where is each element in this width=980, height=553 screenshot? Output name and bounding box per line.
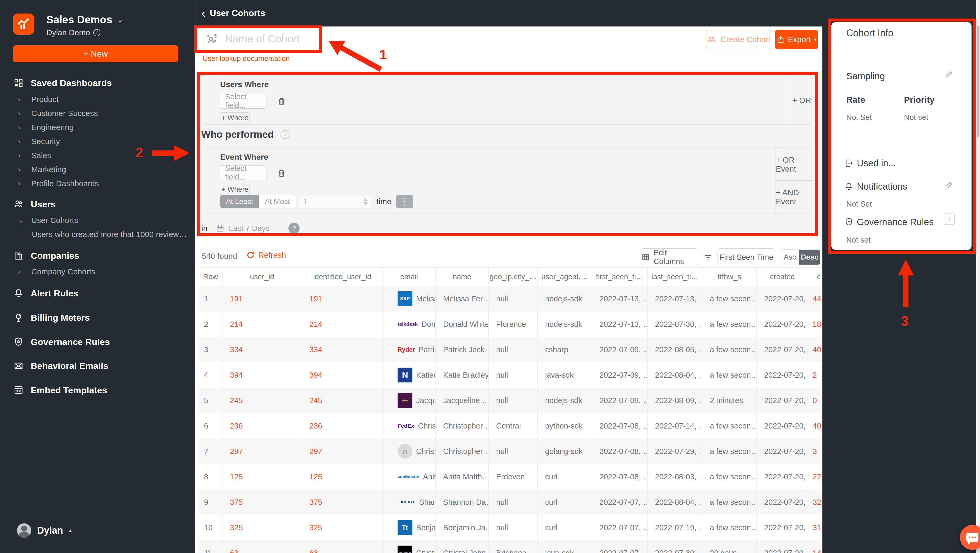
check-circle-icon[interactable]: ✓	[280, 130, 290, 139]
more-options-button[interactable]: ⋮	[396, 195, 413, 208]
scrollbar-track[interactable]	[976, 0, 980, 553]
at-least-toggle[interactable]: At Least	[220, 195, 259, 208]
cell-user_id[interactable]: 375	[223, 489, 302, 515]
refresh-button[interactable]: Refresh	[246, 251, 286, 259]
column-header-name[interactable]: name	[436, 268, 489, 286]
sidebar-item-engineering[interactable]: ›Engineering	[0, 120, 195, 134]
sidebar-item-security[interactable]: ›Security	[0, 134, 195, 148]
scrollbar-thumb[interactable]	[977, 26, 980, 137]
column-header-extra[interactable]: c	[808, 268, 822, 286]
used-in-row[interactable]: Used in...	[844, 158, 896, 168]
column-header-email[interactable]: email	[383, 268, 436, 286]
trash-icon[interactable]	[277, 96, 286, 106]
column-header-identified_user_id[interactable]: identified_user_id	[302, 268, 383, 286]
moesif-logo[interactable]	[13, 14, 34, 35]
table-row[interactable]: 9375375LOCKHEEDShannonShannon Da…nullcur…	[199, 489, 821, 515]
occurrence-count-input[interactable]	[299, 197, 352, 206]
cell-identified_user_id[interactable]: 297	[302, 439, 383, 464]
at-most-toggle[interactable]: At Most	[259, 195, 296, 208]
sidebar-item-company-cohorts[interactable]: ›Company Cohorts	[0, 265, 195, 279]
column-header-ttfhw[interactable]: ttfhw_s	[702, 268, 757, 286]
back-button[interactable]: ‹	[201, 3, 205, 24]
table-row[interactable]: 116363BlackstoneCrystal@Crystal John…Bri…	[199, 540, 821, 553]
add-or-button[interactable]: + OR	[792, 76, 811, 124]
column-header-row[interactable]: Row	[199, 268, 223, 286]
table-row[interactable]: 1191191SAPMelissa@Melissa Fer…nullnodejs…	[199, 286, 821, 311]
user-lookup-doc-link[interactable]: User lookup documentation	[203, 54, 290, 63]
cell-identified_user_id[interactable]: 334	[302, 337, 383, 362]
column-header-geo[interactable]: geo_ip.city_…	[489, 268, 538, 286]
project-row[interactable]: Dylan Demo ✓	[46, 28, 100, 37]
column-header-agent[interactable]: user_agent.…	[538, 268, 592, 286]
cell-identified_user_id[interactable]: 375	[302, 489, 383, 515]
cell-user_id[interactable]: 214	[223, 311, 302, 337]
table-row[interactable]: 8125125conEdisonAnita@cAnita Matth…Erdev…	[199, 464, 821, 489]
cell-user_id[interactable]: 394	[223, 362, 302, 388]
cell-identified_user_id[interactable]: 214	[302, 311, 383, 337]
create-cohort-button[interactable]: Create Cohort	[706, 30, 771, 49]
export-button[interactable]: Export ▾	[775, 30, 818, 49]
select-field-dropdown[interactable]: Select field...	[220, 165, 266, 180]
add-and-event-button[interactable]: + AND Event	[776, 180, 811, 213]
cell-user_id[interactable]: 325	[223, 515, 302, 540]
cell-user_id[interactable]: 236	[223, 413, 302, 439]
table-row[interactable]: 7297297⌂ChristopChristopher …nullgolang-…	[199, 439, 821, 464]
sidebar-item-companies[interactable]: Companies	[0, 249, 195, 262]
cell-identified_user_id[interactable]: 325	[302, 515, 383, 540]
cohort-name-input[interactable]	[224, 33, 312, 45]
cell-user_id[interactable]: 125	[223, 464, 302, 489]
cell-identified_user_id[interactable]: 191	[302, 286, 383, 311]
add-where-button[interactable]: + Where	[220, 184, 250, 195]
table-row[interactable]: 2214214talkdeskDonald@Donald WhiteFloren…	[199, 311, 821, 337]
workspace-switcher[interactable]: Sales Demos ⌄	[46, 14, 123, 26]
cell-user_id[interactable]: 63	[223, 540, 302, 553]
edit-sampling-icon[interactable]: ✎	[944, 69, 953, 81]
sidebar-item-profile-dashboards[interactable]: ›Profile Dashboards	[0, 176, 195, 191]
cell-identified_user_id[interactable]: 63	[302, 540, 383, 553]
trash-icon[interactable]	[277, 168, 286, 178]
sidebar-item-customer-success[interactable]: ›Customer Success	[0, 106, 195, 120]
edit-columns-button[interactable]: Edit Columns	[641, 248, 698, 266]
cell-identified_user_id[interactable]: 125	[302, 464, 383, 489]
sidebar-item-billing-meters[interactable]: Billing Meters	[0, 311, 195, 324]
cohort-name-field[interactable]	[198, 29, 318, 49]
sidebar-item-user-cohorts[interactable]: ⌄User Cohorts	[0, 213, 195, 227]
sidebar-item-sales[interactable]: ›Sales	[0, 148, 195, 162]
date-range-button[interactable]: Last 7 Days	[211, 221, 283, 235]
help-icon[interactable]: ?	[288, 223, 299, 234]
table-row[interactable]: 6236236FedExChristopChristopher …Central…	[199, 413, 821, 439]
column-header-user_id[interactable]: user_id	[223, 268, 302, 286]
add-or-event-button[interactable]: + OR Event	[776, 148, 811, 181]
sidebar-item-alert-rules[interactable]: Alert Rules	[0, 286, 195, 300]
select-field-dropdown[interactable]: Select field...	[220, 94, 266, 109]
table-row[interactable]: 5245245✳JacqueliJacqueline …nullnodejs-s…	[199, 388, 821, 413]
sidebar-item-behavioral-emails[interactable]: Behavioral Emails	[0, 359, 195, 372]
cell-identified_user_id[interactable]: 236	[302, 413, 383, 439]
column-header-first_seen[interactable]: first_seen_ti…	[592, 268, 648, 286]
cell-user_id[interactable]: 297	[223, 439, 302, 464]
cell-identified_user_id[interactable]: 394	[302, 362, 383, 388]
edit-notifications-icon[interactable]: ✎	[944, 180, 953, 192]
cell-user_id[interactable]: 191	[223, 286, 302, 311]
desc-toggle[interactable]: Desc	[799, 250, 820, 265]
sidebar-item-saved-dashboards[interactable]: Saved Dashboards	[0, 76, 195, 89]
cell-user_id[interactable]: 334	[223, 337, 302, 362]
sidebar-item-governance-rules[interactable]: Governance Rules	[0, 335, 195, 348]
number-stepper[interactable]	[363, 199, 368, 205]
table-row[interactable]: 4394394NKatie@nKatie Bradleynulljava-sdk…	[199, 362, 821, 388]
sidebar-item-users[interactable]: Users	[0, 197, 195, 211]
add-where-button[interactable]: + Where	[220, 112, 250, 124]
sort-field-button[interactable]: First Seen Time	[718, 248, 775, 266]
asc-toggle[interactable]: Asc	[780, 250, 799, 265]
add-governance-rule-button[interactable]: +	[944, 213, 955, 225]
sidebar-item-saved-cohort[interactable]: Users who created more that 1000 review…	[0, 227, 195, 241]
sidebar-item-embed-templates[interactable]: Embed Templates	[0, 383, 195, 397]
sidebar-item-product[interactable]: ›Product	[0, 92, 195, 106]
table-row[interactable]: 10325325TtBenjaminBenjamin Ja…nullcurl20…	[199, 515, 821, 540]
profile-menu[interactable]: Dylan ▴	[17, 523, 72, 538]
column-header-last_seen[interactable]: last_seen_ti…	[648, 268, 702, 286]
sidebar-item-marketing[interactable]: ›Marketing	[0, 162, 195, 176]
new-button[interactable]: + New	[13, 45, 178, 62]
cell-user_id[interactable]: 245	[223, 388, 302, 413]
filter-icon[interactable]	[703, 253, 713, 263]
